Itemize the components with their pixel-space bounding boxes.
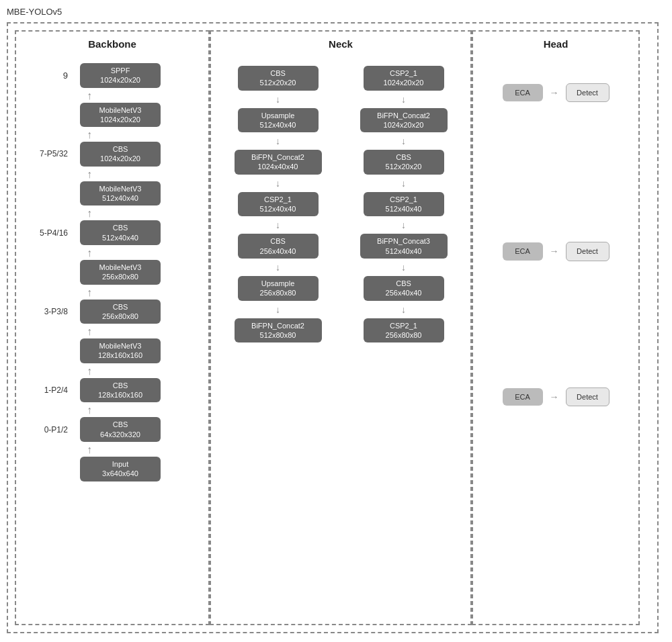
neck-bifpn-1024: BiFPN_Concat2 1024x40x40 <box>235 150 322 175</box>
head-eca-2: ECA <box>503 242 543 260</box>
neck-cbs-512b: CBS 512x20x20 <box>364 150 444 175</box>
label-5p4: 5-P4/16 <box>23 228 73 238</box>
node-cbs-128: CBS 128x160x160 <box>80 378 161 403</box>
neck-upsample-256: Upsample 256x80x80 <box>238 276 319 301</box>
neck-bifpn2-1024: BiFPN_Concat2 1024x20x20 <box>360 108 448 133</box>
arrow-10: ↑ <box>87 444 92 456</box>
node-cbs-1024: CBS 1024x20x20 <box>80 142 161 167</box>
label-9: 9 <box>23 71 73 81</box>
neck-upsample-512: Upsample 512x40x40 <box>238 108 319 133</box>
arrow-8: ↑ <box>87 365 92 377</box>
head-detect-2: Detect <box>566 242 610 261</box>
arrow-2: ↑ <box>87 129 92 141</box>
arrow-6: ↑ <box>87 287 92 299</box>
head-eca-1: ECA <box>503 84 543 101</box>
main-diagram: Backbone 9 SPPF 1024x20x20 ↑ <box>7 22 659 633</box>
head-detect-3: Detect <box>566 387 610 406</box>
arrow-7: ↑ <box>87 326 92 338</box>
neck-csp2r-512: CSP2_1 512x40x40 <box>364 192 444 217</box>
node-cbs-512: CBS 512x40x40 <box>80 220 161 245</box>
neck-cbs-256b: CBS 256x40x40 <box>364 276 444 301</box>
neck-cbs-512: CBS 512x20x20 <box>238 66 319 91</box>
node-mob3-1024: MobileNetV3 1024x20x20 <box>80 103 161 128</box>
node-cbs-64: CBS 64x320x320 <box>80 417 161 442</box>
arrow-5: ↑ <box>87 247 92 259</box>
page-title: MBE-YOLOv5 <box>7 7 665 17</box>
node-cbs-256: CBS 256x80x80 <box>80 300 161 324</box>
neck-csp2-256: CSP2_1 256x80x80 <box>364 318 444 343</box>
arrow-4: ↑ <box>87 208 92 220</box>
arrow-9: ↑ <box>87 404 92 416</box>
neck-cbs-256: CBS 256x40x40 <box>238 234 319 259</box>
node-mob3-256: MobileNetV3 256x80x80 <box>80 260 161 285</box>
label-7p5: 7-P5/32 <box>23 149 73 158</box>
arrow-3: ↑ <box>87 169 92 181</box>
node-input: Input 3x640x640 <box>80 457 161 481</box>
backbone-title: Backbone <box>88 38 136 50</box>
head-eca-3: ECA <box>503 388 543 406</box>
node-sppf: SPPF 1024x20x20 <box>80 63 161 88</box>
neck-bifpn3-512: BiFPN_Concat3 512x40x40 <box>360 234 448 259</box>
neck-title: Neck <box>329 38 353 50</box>
label-1p2: 1-P2/4 <box>23 385 73 395</box>
neck-csp2-1024: CSP2_1 1024x20x20 <box>364 66 444 91</box>
label-0p1: 0-P1/2 <box>23 425 73 434</box>
neck-bifpn-512: BiFPN_Concat2 512x80x80 <box>235 318 322 343</box>
label-3p3: 3-P3/8 <box>23 307 73 316</box>
head-title: Head <box>544 38 569 50</box>
node-mob3-128: MobileNetV3 128x160x160 <box>80 338 161 363</box>
neck-section: Neck CBS 512x20x20 ↓ Upsample 512x40x40 <box>210 30 472 625</box>
node-mob3-512: MobileNetV3 512x40x40 <box>80 181 161 206</box>
head-section: Head ECA → Detect ECA <box>472 30 640 625</box>
arrow-1: ↑ <box>87 90 92 102</box>
neck-csp2-512: CSP2_1 512x40x40 <box>238 192 319 217</box>
backbone-section: Backbone 9 SPPF 1024x20x20 ↑ <box>15 30 210 625</box>
head-detect-1: Detect <box>566 83 610 102</box>
